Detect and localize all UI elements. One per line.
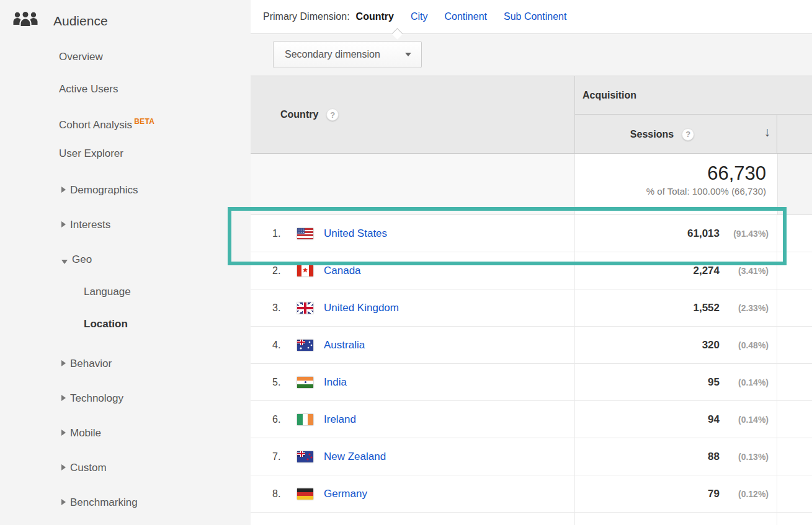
india-flag-icon: [297, 377, 313, 388]
chevron-down-icon: [61, 260, 68, 264]
audience-section-header[interactable]: Audience: [0, 0, 251, 32]
row-rank: 3.: [272, 302, 286, 314]
tab-sub-continent[interactable]: Sub Continent: [504, 11, 566, 22]
country-link[interactable]: New Zealand: [324, 451, 386, 463]
row-rank: 8.: [272, 488, 286, 500]
chevron-right-icon: [61, 464, 66, 470]
sessions-value: 79: [575, 488, 720, 500]
table-row-canada: 2.Canada 2,274(3.41%): [251, 252, 812, 289]
sidebar-item-language[interactable]: Language: [0, 276, 251, 308]
tab-country[interactable]: Country: [356, 11, 394, 22]
analytics-geo-location-screen: Audience Overview Active Users Cohort An…: [0, 0, 812, 525]
sidebar-item-cohort-analysis[interactable]: Cohort AnalysisBETA: [0, 105, 251, 138]
sessions-value: 95: [575, 376, 720, 389]
report-main: Primary Dimension: Country City Continen…: [251, 0, 812, 525]
row-rank: 6.: [272, 414, 286, 425]
help-icon[interactable]: ?: [682, 128, 694, 141]
totals-sessions-cell: 66,730 % of Total: 100.00% (66,730): [575, 154, 777, 214]
sidebar-item-mobile[interactable]: Mobile: [0, 417, 251, 449]
totals-row: 66,730 % of Total: 100.00% (66,730): [251, 154, 812, 215]
sessions-percent: (0.48%): [720, 340, 777, 350]
sidebar: Audience Overview Active Users Cohort An…: [0, 0, 251, 525]
chevron-right-icon: [61, 221, 66, 227]
totals-next-column-cell: [777, 154, 812, 214]
beta-badge: BETA: [134, 117, 154, 126]
ireland-flag-icon: [297, 414, 313, 425]
country-link[interactable]: Germany: [324, 488, 367, 500]
sidebar-item-interests[interactable]: Interests: [0, 209, 251, 241]
country-link[interactable]: United States: [324, 227, 387, 240]
secondary-dimension-button[interactable]: Secondary dimension: [273, 41, 422, 68]
sessions-value: 88: [575, 451, 720, 463]
chevron-right-icon: [61, 499, 66, 505]
chevron-right-icon: [61, 395, 66, 401]
tab-continent[interactable]: Continent: [444, 11, 487, 22]
table-row-india: 5.India 95(0.14%): [251, 364, 812, 401]
sessions-percent: (0.14%): [720, 377, 777, 387]
country-link[interactable]: Canada: [324, 265, 361, 277]
column-header-country: Country ?: [251, 76, 575, 153]
country-link[interactable]: United Kingdom: [324, 302, 399, 314]
country-link[interactable]: Australia: [324, 339, 365, 351]
sessions-value: 61,013: [575, 227, 720, 240]
report-toolbar: Secondary dimension: [251, 34, 812, 75]
australia-flag-icon: [297, 340, 313, 351]
totals-percent-of-total: % of Total: 100.00% (66,730): [575, 186, 766, 196]
sidebar-item-active-users[interactable]: Active Users: [0, 73, 251, 105]
sessions-percent: (0.12%): [720, 489, 777, 499]
uk-flag-icon: [297, 302, 313, 314]
sessions-value: 94: [575, 413, 720, 426]
sidebar-item-location[interactable]: Location: [0, 308, 251, 340]
chevron-right-icon: [61, 360, 66, 366]
sessions-value: 1,552: [575, 302, 720, 314]
table-row-united-states: 1.United States 61,013(91.43%): [251, 215, 812, 252]
tab-city[interactable]: City: [411, 11, 428, 22]
help-icon[interactable]: ?: [326, 108, 339, 121]
chevron-right-icon: [61, 430, 66, 436]
sidebar-item-custom[interactable]: Custom: [0, 452, 251, 484]
column-header-sessions[interactable]: Sessions ? ↓: [575, 115, 777, 153]
table-row-australia: 4.Australia 320(0.48%): [251, 327, 812, 364]
table-row-new-zealand: 7.New Zealand 88(0.13%): [251, 438, 812, 475]
sidebar-item-geo[interactable]: Geo: [0, 244, 251, 276]
row-rank: 4.: [272, 340, 286, 351]
chevron-right-icon: [61, 187, 66, 193]
germany-flag-icon: [297, 488, 313, 500]
sessions-percent: (91.43%): [720, 229, 777, 239]
primary-dimension-label: Primary Dimension:: [263, 11, 350, 22]
audience-people-icon: [12, 10, 38, 32]
primary-dimension-bar: Primary Dimension: Country City Continen…: [251, 0, 812, 34]
sidebar-item-overview[interactable]: Overview: [0, 41, 251, 73]
table-row-ireland: 6.Ireland 94(0.14%): [251, 401, 812, 438]
row-rank: 2.: [272, 265, 286, 276]
row-rank: 5.: [272, 377, 286, 388]
sessions-percent: (3.41%): [720, 266, 777, 276]
row-rank: 7.: [272, 451, 286, 462]
totals-country-cell: [251, 154, 575, 214]
dropdown-caret-icon: [405, 53, 411, 56]
sidebar-item-user-explorer[interactable]: User Explorer: [0, 138, 251, 170]
table-row-partial: [251, 513, 812, 525]
section-title: Audience: [53, 14, 108, 29]
country-link[interactable]: India: [324, 376, 347, 389]
new-zealand-flag-icon: [297, 451, 313, 462]
sessions-percent: (0.13%): [720, 452, 777, 462]
row-rank: 1.: [272, 228, 286, 239]
sessions-percent: (2.33%): [720, 303, 777, 313]
country-link[interactable]: Ireland: [324, 413, 356, 426]
sort-descending-icon[interactable]: ↓: [764, 125, 771, 139]
sessions-value: 2,274: [575, 265, 720, 277]
sidebar-item-demographics[interactable]: Demographics: [0, 174, 251, 206]
table-header: Country ? Acquisition Sessions ? ↓: [251, 76, 812, 154]
sidebar-item-benchmarking[interactable]: Benchmarking: [0, 487, 251, 519]
sessions-value: 320: [575, 339, 720, 351]
sidebar-nav: Overview Active Users Cohort AnalysisBET…: [0, 41, 251, 519]
sidebar-item-technology[interactable]: Technology: [0, 382, 251, 415]
table-row-germany: 8.Germany 79(0.12%): [251, 475, 812, 513]
data-table: Country ? Acquisition Sessions ? ↓ 66,73…: [251, 76, 812, 525]
totals-sessions-value: 66,730: [575, 162, 766, 185]
sessions-percent: (0.14%): [720, 415, 777, 425]
sidebar-item-behavior[interactable]: Behavior: [0, 348, 251, 380]
canada-flag-icon: [297, 265, 313, 276]
table-row-united-kingdom: 3.United Kingdom 1,552(2.33%): [251, 289, 812, 327]
